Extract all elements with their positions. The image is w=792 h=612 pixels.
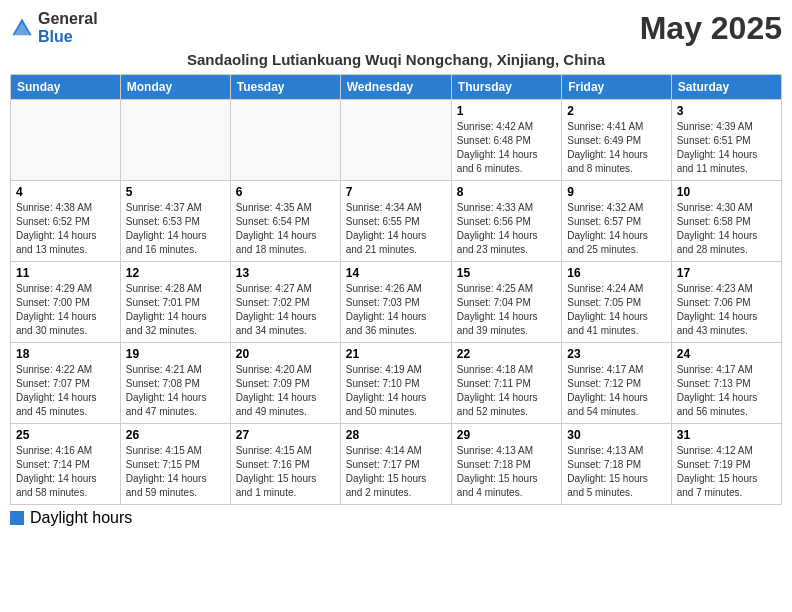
calendar-cell-0-1 xyxy=(120,100,230,181)
day-number: 26 xyxy=(126,428,225,442)
day-info: Sunrise: 4:29 AM Sunset: 7:00 PM Dayligh… xyxy=(16,283,97,336)
weekday-header-saturday: Saturday xyxy=(671,75,781,100)
calendar-row-4: 25Sunrise: 4:16 AM Sunset: 7:14 PM Dayli… xyxy=(11,424,782,505)
calendar-row-1: 4Sunrise: 4:38 AM Sunset: 6:52 PM Daylig… xyxy=(11,181,782,262)
calendar-cell-3-2: 20Sunrise: 4:20 AM Sunset: 7:09 PM Dayli… xyxy=(230,343,340,424)
calendar-cell-2-6: 17Sunrise: 4:23 AM Sunset: 7:06 PM Dayli… xyxy=(671,262,781,343)
day-info: Sunrise: 4:35 AM Sunset: 6:54 PM Dayligh… xyxy=(236,202,317,255)
day-info: Sunrise: 4:12 AM Sunset: 7:19 PM Dayligh… xyxy=(677,445,758,498)
day-info: Sunrise: 4:26 AM Sunset: 7:03 PM Dayligh… xyxy=(346,283,427,336)
day-number: 16 xyxy=(567,266,665,280)
day-info: Sunrise: 4:17 AM Sunset: 7:12 PM Dayligh… xyxy=(567,364,648,417)
daylight-label: Daylight hours xyxy=(30,509,132,527)
day-info: Sunrise: 4:33 AM Sunset: 6:56 PM Dayligh… xyxy=(457,202,538,255)
weekday-header-row: SundayMondayTuesdayWednesdayThursdayFrid… xyxy=(11,75,782,100)
calendar-cell-0-3 xyxy=(340,100,451,181)
day-number: 5 xyxy=(126,185,225,199)
calendar-cell-1-6: 10Sunrise: 4:30 AM Sunset: 6:58 PM Dayli… xyxy=(671,181,781,262)
day-info: Sunrise: 4:14 AM Sunset: 7:17 PM Dayligh… xyxy=(346,445,427,498)
day-info: Sunrise: 4:42 AM Sunset: 6:48 PM Dayligh… xyxy=(457,121,538,174)
day-number: 22 xyxy=(457,347,556,361)
day-info: Sunrise: 4:22 AM Sunset: 7:07 PM Dayligh… xyxy=(16,364,97,417)
weekday-header-tuesday: Tuesday xyxy=(230,75,340,100)
page-header: General Blue May 2025 xyxy=(10,10,782,47)
calendar-cell-0-6: 3Sunrise: 4:39 AM Sunset: 6:51 PM Daylig… xyxy=(671,100,781,181)
calendar-cell-2-3: 14Sunrise: 4:26 AM Sunset: 7:03 PM Dayli… xyxy=(340,262,451,343)
day-info: Sunrise: 4:15 AM Sunset: 7:16 PM Dayligh… xyxy=(236,445,317,498)
day-info: Sunrise: 4:37 AM Sunset: 6:53 PM Dayligh… xyxy=(126,202,207,255)
day-info: Sunrise: 4:21 AM Sunset: 7:08 PM Dayligh… xyxy=(126,364,207,417)
day-info: Sunrise: 4:28 AM Sunset: 7:01 PM Dayligh… xyxy=(126,283,207,336)
calendar-cell-1-4: 8Sunrise: 4:33 AM Sunset: 6:56 PM Daylig… xyxy=(451,181,561,262)
calendar-cell-1-2: 6Sunrise: 4:35 AM Sunset: 6:54 PM Daylig… xyxy=(230,181,340,262)
weekday-header-sunday: Sunday xyxy=(11,75,121,100)
day-number: 30 xyxy=(567,428,665,442)
day-number: 29 xyxy=(457,428,556,442)
calendar-cell-1-0: 4Sunrise: 4:38 AM Sunset: 6:52 PM Daylig… xyxy=(11,181,121,262)
calendar-row-2: 11Sunrise: 4:29 AM Sunset: 7:00 PM Dayli… xyxy=(11,262,782,343)
day-number: 10 xyxy=(677,185,776,199)
day-number: 23 xyxy=(567,347,665,361)
day-number: 6 xyxy=(236,185,335,199)
day-info: Sunrise: 4:39 AM Sunset: 6:51 PM Dayligh… xyxy=(677,121,758,174)
day-info: Sunrise: 4:32 AM Sunset: 6:57 PM Dayligh… xyxy=(567,202,648,255)
day-number: 25 xyxy=(16,428,115,442)
day-number: 18 xyxy=(16,347,115,361)
footer: Daylight hours xyxy=(10,509,782,527)
day-info: Sunrise: 4:19 AM Sunset: 7:10 PM Dayligh… xyxy=(346,364,427,417)
calendar-cell-4-6: 31Sunrise: 4:12 AM Sunset: 7:19 PM Dayli… xyxy=(671,424,781,505)
calendar-cell-4-0: 25Sunrise: 4:16 AM Sunset: 7:14 PM Dayli… xyxy=(11,424,121,505)
day-number: 11 xyxy=(16,266,115,280)
day-number: 12 xyxy=(126,266,225,280)
day-number: 28 xyxy=(346,428,446,442)
calendar-cell-3-3: 21Sunrise: 4:19 AM Sunset: 7:10 PM Dayli… xyxy=(340,343,451,424)
calendar-cell-0-4: 1Sunrise: 4:42 AM Sunset: 6:48 PM Daylig… xyxy=(451,100,561,181)
day-info: Sunrise: 4:38 AM Sunset: 6:52 PM Dayligh… xyxy=(16,202,97,255)
calendar-cell-1-3: 7Sunrise: 4:34 AM Sunset: 6:55 PM Daylig… xyxy=(340,181,451,262)
calendar-cell-2-4: 15Sunrise: 4:25 AM Sunset: 7:04 PM Dayli… xyxy=(451,262,561,343)
calendar-cell-3-5: 23Sunrise: 4:17 AM Sunset: 7:12 PM Dayli… xyxy=(562,343,671,424)
calendar-body: 1Sunrise: 4:42 AM Sunset: 6:48 PM Daylig… xyxy=(11,100,782,505)
calendar-table: SundayMondayTuesdayWednesdayThursdayFrid… xyxy=(10,74,782,505)
day-number: 24 xyxy=(677,347,776,361)
logo-icon xyxy=(10,16,34,40)
logo-general: General xyxy=(38,10,98,27)
day-number: 4 xyxy=(16,185,115,199)
calendar-cell-4-1: 26Sunrise: 4:15 AM Sunset: 7:15 PM Dayli… xyxy=(120,424,230,505)
day-number: 9 xyxy=(567,185,665,199)
logo-blue: Blue xyxy=(38,28,73,45)
day-info: Sunrise: 4:13 AM Sunset: 7:18 PM Dayligh… xyxy=(457,445,538,498)
day-number: 17 xyxy=(677,266,776,280)
calendar-row-3: 18Sunrise: 4:22 AM Sunset: 7:07 PM Dayli… xyxy=(11,343,782,424)
day-number: 3 xyxy=(677,104,776,118)
logo: General Blue xyxy=(10,10,98,46)
calendar-cell-1-1: 5Sunrise: 4:37 AM Sunset: 6:53 PM Daylig… xyxy=(120,181,230,262)
day-info: Sunrise: 4:18 AM Sunset: 7:11 PM Dayligh… xyxy=(457,364,538,417)
calendar-cell-4-2: 27Sunrise: 4:15 AM Sunset: 7:16 PM Dayli… xyxy=(230,424,340,505)
day-number: 31 xyxy=(677,428,776,442)
day-number: 14 xyxy=(346,266,446,280)
calendar-cell-0-2 xyxy=(230,100,340,181)
day-info: Sunrise: 4:16 AM Sunset: 7:14 PM Dayligh… xyxy=(16,445,97,498)
day-number: 2 xyxy=(567,104,665,118)
calendar-cell-3-1: 19Sunrise: 4:21 AM Sunset: 7:08 PM Dayli… xyxy=(120,343,230,424)
month-title: May 2025 xyxy=(640,10,782,47)
day-info: Sunrise: 4:23 AM Sunset: 7:06 PM Dayligh… xyxy=(677,283,758,336)
day-number: 7 xyxy=(346,185,446,199)
day-number: 1 xyxy=(457,104,556,118)
calendar-cell-4-3: 28Sunrise: 4:14 AM Sunset: 7:17 PM Dayli… xyxy=(340,424,451,505)
day-number: 21 xyxy=(346,347,446,361)
day-info: Sunrise: 4:34 AM Sunset: 6:55 PM Dayligh… xyxy=(346,202,427,255)
location-title: Sandaoling Lutiankuang Wuqi Nongchang, X… xyxy=(10,51,782,68)
calendar-cell-1-5: 9Sunrise: 4:32 AM Sunset: 6:57 PM Daylig… xyxy=(562,181,671,262)
calendar-cell-4-5: 30Sunrise: 4:13 AM Sunset: 7:18 PM Dayli… xyxy=(562,424,671,505)
day-info: Sunrise: 4:27 AM Sunset: 7:02 PM Dayligh… xyxy=(236,283,317,336)
calendar-row-0: 1Sunrise: 4:42 AM Sunset: 6:48 PM Daylig… xyxy=(11,100,782,181)
day-info: Sunrise: 4:24 AM Sunset: 7:05 PM Dayligh… xyxy=(567,283,648,336)
weekday-header-wednesday: Wednesday xyxy=(340,75,451,100)
calendar-cell-2-2: 13Sunrise: 4:27 AM Sunset: 7:02 PM Dayli… xyxy=(230,262,340,343)
day-number: 13 xyxy=(236,266,335,280)
day-number: 20 xyxy=(236,347,335,361)
day-info: Sunrise: 4:41 AM Sunset: 6:49 PM Dayligh… xyxy=(567,121,648,174)
calendar-cell-2-5: 16Sunrise: 4:24 AM Sunset: 7:05 PM Dayli… xyxy=(562,262,671,343)
